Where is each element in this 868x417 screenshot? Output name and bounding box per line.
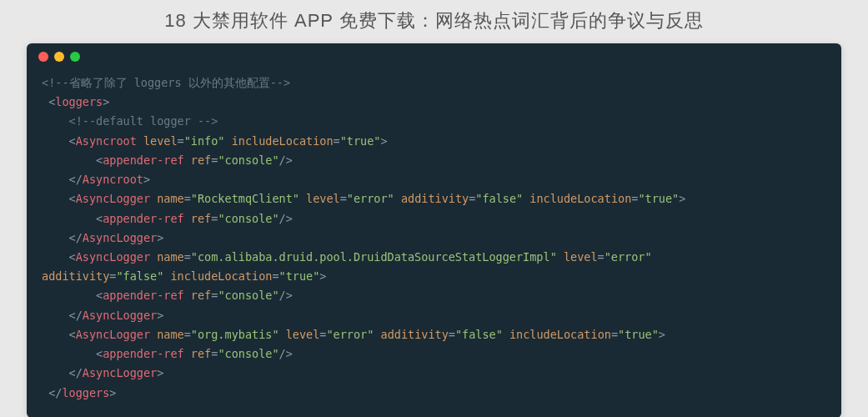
tag: Asyncroot xyxy=(76,134,137,148)
attr: ref xyxy=(191,347,211,360)
attr-val: "false" xyxy=(475,192,523,205)
comment: <!--省略了除了 loggers 以外的其他配置--> xyxy=(42,76,290,89)
attr-val: "true" xyxy=(638,192,679,205)
attr-val: "error" xyxy=(326,328,374,341)
attr: name xyxy=(157,328,184,341)
attr: level xyxy=(564,250,598,264)
attr-val: "true" xyxy=(618,328,659,341)
page-title: 18 大禁用软件 APP 免费下载：网络热点词汇背后的争议与反思 xyxy=(0,0,868,43)
attr: includeLocation xyxy=(170,269,272,283)
attr: name xyxy=(157,192,184,205)
attr: level xyxy=(306,192,340,205)
attr: includeLocation xyxy=(232,134,334,148)
attr-val: "false" xyxy=(116,269,163,283)
attr: additivity xyxy=(42,269,109,283)
attr-val: "info" xyxy=(184,134,225,148)
tag: appender-ref xyxy=(103,212,184,225)
tag: AsyncLogger xyxy=(76,250,150,264)
attr-val: "org.mybatis" xyxy=(191,328,279,341)
comment: <!--default logger --> xyxy=(62,114,218,128)
tag: loggers xyxy=(55,95,103,108)
tag: AsyncLogger xyxy=(83,231,157,244)
attr-val: "true" xyxy=(340,134,381,148)
tag: AsyncLogger xyxy=(83,366,157,379)
minimize-icon[interactable] xyxy=(54,52,64,62)
attr-val: "RocketmqClient" xyxy=(191,192,299,205)
tag: Asyncroot xyxy=(83,173,143,186)
tag: AsyncLogger xyxy=(76,328,150,341)
attr-val: "true" xyxy=(279,269,320,283)
attr: additivity xyxy=(401,192,469,205)
attr-val: "false" xyxy=(455,328,503,341)
tag: appender-ref xyxy=(103,289,184,302)
maximize-icon[interactable] xyxy=(70,52,80,62)
attr-val: "console" xyxy=(218,347,278,360)
attr-val: "console" xyxy=(218,153,278,167)
attr: additivity xyxy=(381,328,449,341)
attr-val: "console" xyxy=(218,289,278,302)
titlebar xyxy=(27,43,841,67)
attr: level xyxy=(286,328,320,341)
attr-val: "error" xyxy=(347,192,394,205)
attr: ref xyxy=(191,153,211,167)
attr-val: "error" xyxy=(605,250,652,264)
attr: level xyxy=(143,134,178,148)
attr: includeLocation xyxy=(529,192,631,205)
code-block: <!--省略了除了 loggers 以外的其他配置--> <loggers> <… xyxy=(27,67,841,417)
attr: ref xyxy=(191,212,211,225)
code-window: <!--省略了除了 loggers 以外的其他配置--> <loggers> <… xyxy=(27,43,841,417)
tag: appender-ref xyxy=(103,153,184,167)
attr-val: "console" xyxy=(218,212,278,225)
tag: loggers xyxy=(62,386,109,399)
bracket: > xyxy=(103,95,109,108)
attr: includeLocation xyxy=(509,328,611,341)
tag: AsyncLogger xyxy=(76,192,150,205)
tag: AsyncLogger xyxy=(83,309,157,322)
close-icon[interactable] xyxy=(38,52,48,62)
attr: ref xyxy=(191,289,211,302)
attr-val: "com.alibaba.druid.pool.DruidDataSourceS… xyxy=(191,250,557,264)
attr: name xyxy=(157,250,184,264)
tag: appender-ref xyxy=(103,347,184,360)
